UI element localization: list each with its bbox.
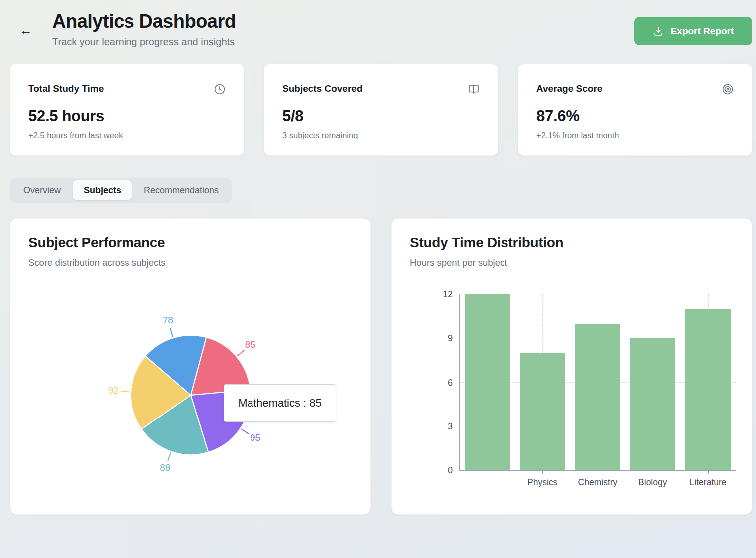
x-axis-tick-label: Literature bbox=[690, 477, 727, 488]
page-subtitle: Track your learning progress and insight… bbox=[52, 36, 236, 48]
book-open-icon bbox=[468, 83, 480, 97]
analytics-dashboard-page: ← Analytics Dashboard Track your learnin… bbox=[0, 0, 756, 515]
download-icon bbox=[653, 26, 664, 37]
bar[interactable] bbox=[630, 338, 675, 470]
bar-chart-area: 036912PhysicsChemistryBiologyLiterature bbox=[392, 288, 752, 507]
pie-value-label: 92 bbox=[108, 385, 119, 396]
stat-note: +2.1% from last month bbox=[536, 131, 734, 140]
stat-label: Subjects Covered bbox=[282, 83, 363, 94]
stat-label: Average Score bbox=[536, 83, 602, 94]
bar[interactable] bbox=[685, 309, 731, 470]
panel-title: Study Time Distribution bbox=[410, 235, 734, 251]
bar-column bbox=[460, 294, 515, 470]
export-report-label: Export Report bbox=[671, 26, 734, 37]
pie-label-line bbox=[237, 350, 244, 356]
y-axis-tick-label: 3 bbox=[448, 421, 453, 431]
pie-label-line bbox=[121, 391, 130, 392]
bar-column: Literature bbox=[680, 294, 736, 470]
pie-value-label: 95 bbox=[250, 432, 260, 443]
bar-column: Physics bbox=[515, 294, 570, 470]
target-icon bbox=[722, 83, 734, 97]
x-axis-tick bbox=[708, 470, 709, 474]
tab-bar: Overview Subjects Recommendations bbox=[10, 178, 232, 203]
stat-card-total-study-time: Total Study Time 52.5 hours +2.5 hours f… bbox=[10, 64, 244, 156]
page-header: ← Analytics Dashboard Track your learnin… bbox=[0, 0, 756, 48]
bar[interactable] bbox=[520, 353, 565, 470]
x-axis-tick bbox=[598, 470, 598, 474]
pie-chart-area: 8595889278 Mathematics : 85 bbox=[10, 288, 370, 507]
tab-subjects[interactable]: Subjects bbox=[73, 180, 132, 200]
y-axis-tick-label: 12 bbox=[443, 289, 453, 300]
pie-label-line bbox=[241, 429, 249, 434]
bar-column: Biology bbox=[625, 294, 680, 470]
bar-column: Chemistry bbox=[570, 294, 626, 470]
y-axis-tick-label: 9 bbox=[448, 333, 453, 344]
pie-value-label: 88 bbox=[160, 462, 170, 473]
stat-value: 87.6% bbox=[536, 107, 734, 125]
pie-value-label: 78 bbox=[163, 315, 173, 325]
stat-value: 5/8 bbox=[282, 107, 480, 125]
back-button[interactable]: ← bbox=[17, 24, 35, 37]
y-axis-tick-label: 0 bbox=[448, 465, 453, 476]
panel-subtitle: Score distribution across subjects bbox=[28, 257, 352, 268]
stat-card-average-score: Average Score 87.6% +2.1% from last mont… bbox=[518, 64, 752, 156]
stat-value: 52.5 hours bbox=[28, 107, 226, 125]
pie-label-line bbox=[170, 328, 173, 337]
chart-tooltip: Mathematics : 85 bbox=[224, 384, 336, 422]
stat-note: 3 subjects remaining bbox=[282, 131, 480, 140]
stat-label: Total Study Time bbox=[28, 83, 104, 94]
page-title: Analytics Dashboard bbox=[52, 11, 236, 32]
pie-value-label: 85 bbox=[245, 339, 255, 350]
charts-row: Subject Performance Score distribution a… bbox=[0, 218, 756, 515]
x-axis-tick bbox=[653, 470, 653, 474]
bar[interactable] bbox=[465, 294, 510, 470]
clock-icon bbox=[214, 83, 226, 97]
stat-card-subjects-covered: Subjects Covered 5/8 3 subjects remainin… bbox=[264, 64, 498, 156]
pie-label-line bbox=[168, 452, 171, 461]
x-axis-tick-label: Biology bbox=[638, 477, 667, 488]
title-block: Analytics Dashboard Track your learning … bbox=[52, 11, 236, 48]
x-axis-tick-label: Chemistry bbox=[578, 477, 618, 488]
stat-note: +2.5 hours from last week bbox=[28, 131, 226, 140]
subject-performance-panel: Subject Performance Score distribution a… bbox=[10, 218, 371, 515]
tab-overview[interactable]: Overview bbox=[12, 180, 72, 200]
tab-recommendations[interactable]: Recommendations bbox=[133, 180, 230, 200]
export-report-button[interactable]: Export Report bbox=[634, 17, 752, 45]
stats-row: Total Study Time 52.5 hours +2.5 hours f… bbox=[0, 64, 756, 156]
panel-subtitle: Hours spent per subject bbox=[410, 257, 734, 268]
study-time-bar-chart: 036912PhysicsChemistryBiologyLiterature bbox=[459, 294, 736, 471]
x-axis-tick-label: Physics bbox=[527, 477, 557, 488]
x-axis-tick bbox=[542, 470, 543, 474]
study-time-distribution-panel: Study Time Distribution Hours spent per … bbox=[391, 218, 752, 515]
y-axis-tick-label: 6 bbox=[448, 377, 453, 388]
panel-title: Subject Performance bbox=[28, 235, 352, 251]
bar[interactable] bbox=[575, 324, 621, 470]
